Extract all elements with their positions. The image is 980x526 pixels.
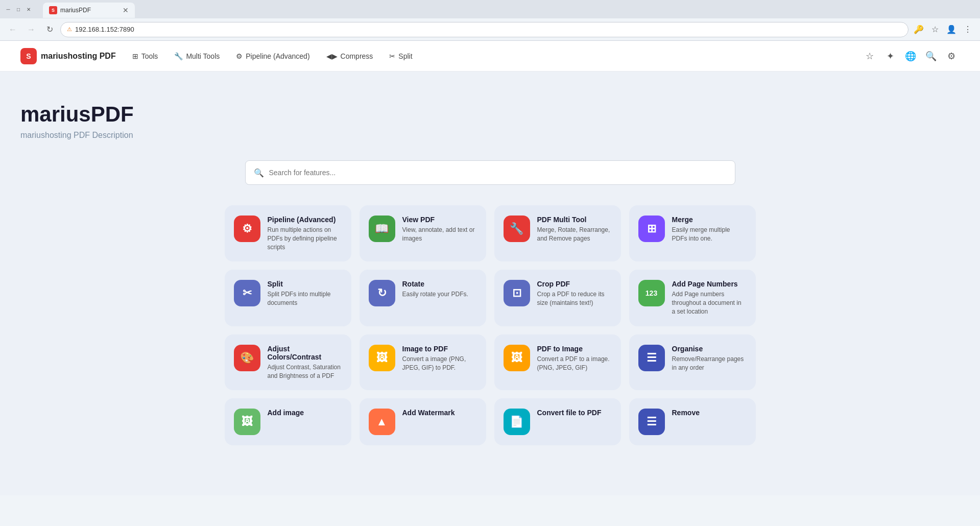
card-icon: ▲ bbox=[369, 409, 395, 435]
refresh-button[interactable]: ↻ bbox=[42, 22, 57, 37]
tool-card[interactable]: ⊡ Crop PDF Crop a PDF to reduce its size… bbox=[494, 270, 621, 326]
card-body: Add Watermark bbox=[402, 409, 477, 419]
search-nav-icon[interactable]: 🔍 bbox=[923, 48, 939, 64]
security-icon: ⚠ bbox=[67, 26, 72, 33]
app-nav: S mariushosting PDF ⊞ Tools 🔧 Multi Tool… bbox=[0, 41, 980, 71]
tool-card[interactable]: ↻ Rotate Easily rotate your PDFs. bbox=[360, 270, 486, 326]
card-icon: 🖼 bbox=[369, 345, 395, 371]
card-desc: Convert a image (PNG, JPEG, GIF) to PDF. bbox=[402, 355, 477, 372]
tool-card[interactable]: 🖼 PDF to Image Convert a PDF to a image.… bbox=[494, 334, 621, 391]
card-body: Add Page Numbers Add Page numbers throug… bbox=[672, 280, 747, 316]
card-body: Add image bbox=[268, 409, 342, 419]
multi-tools-icon: 🔧 bbox=[174, 52, 183, 60]
search-icon: 🔍 bbox=[254, 168, 264, 178]
tool-card[interactable]: ✂ Split Split PDFs into multiple documen… bbox=[225, 270, 351, 326]
toolbar-actions: 🔑 ☆ 👤 ⋮ bbox=[912, 22, 975, 37]
tool-card[interactable]: 🖼 Add image bbox=[225, 398, 351, 445]
extensions-icon[interactable]: ⋮ bbox=[961, 22, 975, 37]
card-desc: Adjust Contrast, Saturation and Brightne… bbox=[268, 363, 342, 380]
tool-card[interactable]: ☰ Organise Remove/Rearrange pages in any… bbox=[629, 334, 756, 391]
card-body: Rotate Easily rotate your PDFs. bbox=[402, 280, 477, 299]
card-icon: 📄 bbox=[504, 409, 530, 435]
main-content: mariusPDF mariushosting PDF Description … bbox=[0, 71, 980, 495]
profile-icon[interactable]: 👤 bbox=[944, 22, 959, 37]
tool-card[interactable]: 🎨 Adjust Colors/Contrast Adjust Contrast… bbox=[225, 334, 351, 391]
card-title: Crop PDF bbox=[537, 280, 612, 288]
pipeline-icon: ⚙ bbox=[236, 52, 243, 60]
card-title: Add image bbox=[268, 409, 342, 417]
card-desc: Easily rotate your PDFs. bbox=[402, 290, 477, 299]
forward-button[interactable]: → bbox=[23, 22, 39, 37]
tool-card[interactable]: 🖼 Image to PDF Convert a image (PNG, JPE… bbox=[360, 334, 486, 391]
tab-bar: S mariusPDF ✕ bbox=[39, 1, 139, 18]
nav-pipeline-label: Pipeline (Advanced) bbox=[246, 52, 309, 60]
card-desc: Run multiple actions on PDFs by defining… bbox=[268, 226, 342, 251]
nav-multi-tools[interactable]: 🔧 Multi Tools bbox=[174, 52, 220, 60]
nav-split-label: Split bbox=[398, 52, 412, 60]
card-body: Remove bbox=[672, 409, 747, 419]
card-icon: ⊞ bbox=[638, 216, 665, 242]
browser-toolbar: ← → ↻ ⚠ 192.168.1.152:7890 🔑 ☆ 👤 ⋮ bbox=[0, 18, 980, 41]
card-desc: Remove/Rearrange pages in any order bbox=[672, 355, 747, 372]
tab-close-button[interactable]: ✕ bbox=[123, 6, 129, 14]
tool-card[interactable]: ☰ Remove bbox=[629, 398, 756, 445]
back-button[interactable]: ← bbox=[5, 22, 20, 37]
card-title: Pipeline (Advanced) bbox=[268, 216, 342, 224]
app-name: mariushosting PDF bbox=[41, 52, 116, 61]
compress-icon: ◀▶ bbox=[326, 52, 338, 60]
card-body: Split Split PDFs into multiple documents bbox=[268, 280, 342, 307]
language-icon[interactable]: 🌐 bbox=[902, 48, 919, 64]
card-title: Rotate bbox=[402, 280, 477, 288]
browser-tab[interactable]: S mariusPDF ✕ bbox=[43, 3, 135, 18]
card-body: Convert file to PDF bbox=[537, 409, 612, 419]
window-controls: ─ □ ✕ bbox=[4, 5, 33, 13]
tool-card[interactable]: ⊞ Merge Easily merge multiple PDFs into … bbox=[629, 205, 756, 261]
address-bar[interactable]: ⚠ 192.168.1.152:7890 bbox=[60, 22, 909, 37]
card-icon: ✂ bbox=[234, 280, 260, 306]
theme-icon[interactable]: ✦ bbox=[882, 48, 898, 64]
tool-card[interactable]: ⚙ Pipeline (Advanced) Run multiple actio… bbox=[225, 205, 351, 261]
search-input[interactable] bbox=[269, 169, 727, 177]
card-body: PDF to Image Convert a PDF to a image. (… bbox=[537, 345, 612, 372]
close-button[interactable]: ✕ bbox=[25, 5, 33, 13]
nav-actions: ☆ ✦ 🌐 🔍 ⚙ bbox=[862, 48, 960, 64]
tools-icon: ⊞ bbox=[132, 52, 138, 60]
card-icon: 🖼 bbox=[504, 345, 530, 371]
address-text: 192.168.1.152:7890 bbox=[75, 26, 902, 33]
settings-icon[interactable]: ⚙ bbox=[943, 48, 960, 64]
card-title: Split bbox=[268, 280, 342, 288]
tool-card[interactable]: 📄 Convert file to PDF bbox=[494, 398, 621, 445]
favorites-icon[interactable]: ☆ bbox=[862, 48, 878, 64]
card-title: PDF to Image bbox=[537, 345, 612, 353]
nav-split[interactable]: ✂ Split bbox=[389, 52, 412, 60]
card-desc: Merge, Rotate, Rearrange, and Remove pag… bbox=[537, 226, 612, 243]
search-bar: 🔍 bbox=[245, 160, 735, 185]
minimize-button[interactable]: ─ bbox=[4, 5, 12, 13]
tool-card[interactable]: 📖 View PDF View, annotate, add text or i… bbox=[360, 205, 486, 261]
card-icon: 🖼 bbox=[234, 409, 260, 435]
card-desc: Convert a PDF to a image. (PNG, JPEG, GI… bbox=[537, 355, 612, 372]
maximize-button[interactable]: □ bbox=[14, 5, 22, 13]
card-title: PDF Multi Tool bbox=[537, 216, 612, 224]
title-bar: ─ □ ✕ S mariusPDF ✕ bbox=[0, 0, 980, 18]
app-logo[interactable]: S mariushosting PDF bbox=[20, 48, 116, 64]
hero-subtitle: mariushosting PDF Description bbox=[20, 131, 960, 140]
card-icon: 123 bbox=[638, 280, 665, 306]
card-body: View PDF View, annotate, add text or ima… bbox=[402, 216, 477, 243]
tool-card[interactable]: 123 Add Page Numbers Add Page numbers th… bbox=[629, 270, 756, 326]
card-desc: Easily merge multiple PDFs into one. bbox=[672, 226, 747, 243]
card-title: Merge bbox=[672, 216, 747, 224]
card-icon: ☰ bbox=[638, 409, 665, 435]
tool-card[interactable]: 🔧 PDF Multi Tool Merge, Rotate, Rearrang… bbox=[494, 205, 621, 261]
card-body: Organise Remove/Rearrange pages in any o… bbox=[672, 345, 747, 372]
nav-compress[interactable]: ◀▶ Compress bbox=[326, 52, 373, 60]
tool-card[interactable]: ▲ Add Watermark bbox=[360, 398, 486, 445]
nav-pipeline[interactable]: ⚙ Pipeline (Advanced) bbox=[236, 52, 309, 60]
bookmark-icon[interactable]: ☆ bbox=[928, 22, 942, 37]
password-icon[interactable]: 🔑 bbox=[912, 22, 926, 37]
card-icon: 🔧 bbox=[504, 216, 530, 242]
nav-tools[interactable]: ⊞ Tools bbox=[132, 52, 158, 60]
card-body: PDF Multi Tool Merge, Rotate, Rearrange,… bbox=[537, 216, 612, 243]
card-desc: View, annotate, add text or images bbox=[402, 226, 477, 243]
nav-compress-label: Compress bbox=[341, 52, 373, 60]
